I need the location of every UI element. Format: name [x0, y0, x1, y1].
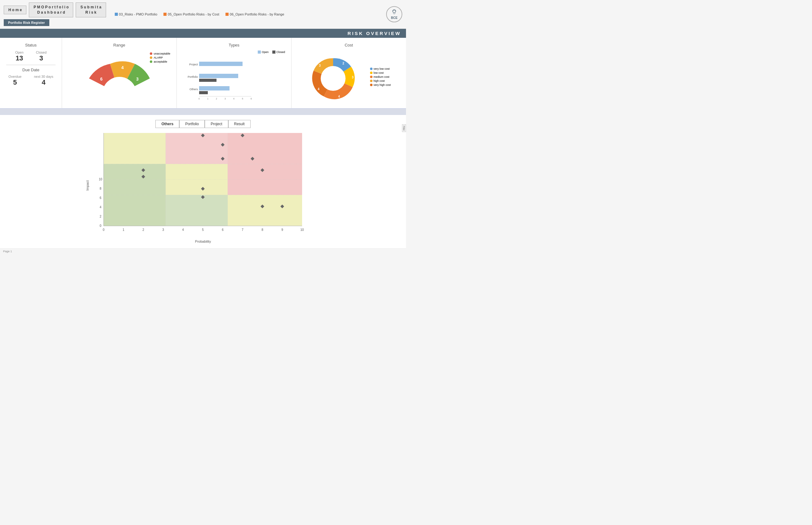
status-row: Open 13 Closed 3 [6, 50, 56, 62]
cost-legend: very low cost low cost medium cost high … [370, 67, 391, 87]
cost-dot-medium [370, 76, 373, 78]
cost-dot-high [370, 80, 373, 82]
tab-icon-orange1 [163, 13, 166, 16]
range-legend: unacceptable ALARP acceptable [150, 52, 170, 63]
svg-text:6: 6 [100, 196, 101, 199]
svg-point-26 [321, 66, 346, 91]
types-chart: Project Portfolio Others 0 1 2 3 4 5 6 [183, 56, 270, 100]
svg-rect-8 [199, 62, 243, 66]
nav-bar: H o m e P M O P o r t f o l i o D a s h … [0, 0, 406, 29]
logo: BCE [386, 6, 402, 22]
svg-rect-35 [228, 195, 302, 226]
cost-dot-very-high [370, 84, 373, 86]
tab1-label: 03_Risks - PMO Portfolio [119, 12, 157, 16]
cost-dot-very-low [370, 68, 373, 70]
open-label: Open [15, 50, 24, 54]
svg-text:6: 6 [100, 77, 103, 81]
overdue-status: Overdue 5 [9, 75, 21, 87]
portfolio-risk-register-button[interactable]: Portfolio Risk Register [4, 19, 49, 26]
status-panel: Status Open 13 Closed 3 Due Date Overdue… [0, 38, 62, 108]
logo-text: BCE [391, 16, 397, 19]
svg-text:1: 1 [207, 97, 208, 100]
cost-title: Cost [298, 43, 400, 47]
tab-06-open[interactable]: 06_Open Portfolio Risks - by Range [226, 12, 284, 16]
next30-label: next 30 days [34, 75, 53, 78]
svg-text:2: 2 [142, 228, 144, 231]
scatter-section: Filter Others Portfolio Project Result I… [0, 115, 406, 248]
cost-legend-high: high cost [370, 79, 391, 82]
svg-text:8: 8 [100, 187, 101, 190]
range-dot-unacceptable [150, 52, 152, 55]
svg-rect-34 [165, 195, 228, 226]
scatter-tab-others[interactable]: Others [155, 120, 179, 128]
home-button[interactable]: H o m e [4, 5, 26, 14]
svg-text:4: 4 [121, 65, 124, 70]
y-axis-label: Impact [86, 180, 89, 191]
svg-text:1: 1 [122, 228, 125, 231]
side-note: Filter [402, 124, 406, 132]
svg-rect-28 [165, 133, 228, 164]
svg-text:4: 4 [338, 95, 340, 98]
svg-text:4: 4 [233, 97, 234, 100]
svg-text:3: 3 [224, 97, 226, 100]
svg-rect-12 [199, 91, 208, 94]
cost-legend-very-low: very low cost [370, 67, 391, 70]
tab-icon-orange2 [226, 13, 229, 16]
scatter-tabs: Others Portfolio Project Result [5, 120, 401, 128]
svg-text:3: 3 [352, 76, 353, 79]
svg-rect-29 [228, 133, 302, 164]
section-divider [0, 109, 406, 115]
tab2-label: 05_Open Portfolio Risks - by Cost [168, 12, 219, 16]
scatter-tab-portfolio[interactable]: Portfolio [179, 120, 205, 128]
svg-text:2: 2 [216, 97, 217, 100]
closed-label: Closed [36, 50, 46, 54]
risk-overview-header: RISK OVERVIEW [0, 29, 406, 38]
types-title: Types [183, 43, 285, 47]
logo-icon [391, 9, 398, 16]
types-legend-closed: Closed [272, 50, 285, 54]
svg-text:6: 6 [222, 228, 223, 231]
svg-text:2: 2 [100, 215, 101, 218]
cost-dot-low [370, 72, 373, 74]
page-label: Page 1 [3, 250, 12, 253]
cost-legend-low: low cost [370, 71, 391, 74]
cost-legend-medium: medium cost [370, 75, 391, 78]
range-legend-item-acceptable: acceptable [150, 60, 170, 63]
types-legend: Open Closed [183, 50, 285, 54]
status-title: Status [6, 43, 56, 47]
nav-left: H o m e P M O P o r t f o l i o D a s h … [4, 2, 106, 26]
tab-05-open[interactable]: 05_Open Portfolio Risks - by Cost [163, 12, 219, 16]
tab-icon-blue [115, 13, 118, 16]
svg-text:Others: Others [189, 88, 198, 91]
cost-chart: 2 3 4 4 3 [307, 50, 369, 103]
svg-text:3: 3 [319, 64, 321, 67]
overdue-value: 5 [9, 78, 21, 87]
types-dot-open [258, 50, 261, 54]
svg-text:3: 3 [136, 77, 139, 81]
svg-rect-9 [199, 74, 238, 78]
scatter-tab-result[interactable]: Result [228, 120, 251, 128]
range-title: Range [68, 43, 170, 47]
svg-text:Portfolio: Portfolio [188, 75, 198, 78]
svg-rect-10 [199, 79, 217, 82]
svg-text:5: 5 [202, 228, 204, 231]
tab3-label: 06_Open Portfolio Risks - by Range [230, 12, 284, 16]
range-dot-alarp [150, 56, 152, 59]
scatter-tab-project[interactable]: Project [205, 120, 228, 128]
svg-text:2: 2 [343, 62, 344, 65]
pmo-dashboard-button[interactable]: P M O P o r t f o l i o D a s h b o a r … [29, 2, 73, 17]
scatter-plot: 0 1 2 3 4 5 6 7 8 9 10 0 2 4 6 8 10 [91, 133, 321, 238]
svg-text:4: 4 [100, 206, 101, 209]
closed-status: Closed 3 [36, 50, 46, 62]
tab-03-risks[interactable]: 03_Risks - PMO Portfolio [115, 12, 157, 16]
svg-rect-33 [104, 195, 165, 226]
range-dot-acceptable [150, 60, 152, 63]
svg-text:10: 10 [99, 178, 102, 181]
types-panel: Types Open Closed Project Portfolio Othe… [177, 38, 292, 108]
svg-text:8: 8 [261, 228, 263, 231]
svg-text:5: 5 [242, 97, 243, 100]
svg-text:4: 4 [318, 87, 319, 91]
submit-risk-button[interactable]: S u b m i t a R i s k [76, 2, 106, 17]
next30-status: next 30 days 4 [34, 75, 53, 87]
due-date-row: Overdue 5 next 30 days 4 [6, 75, 56, 87]
